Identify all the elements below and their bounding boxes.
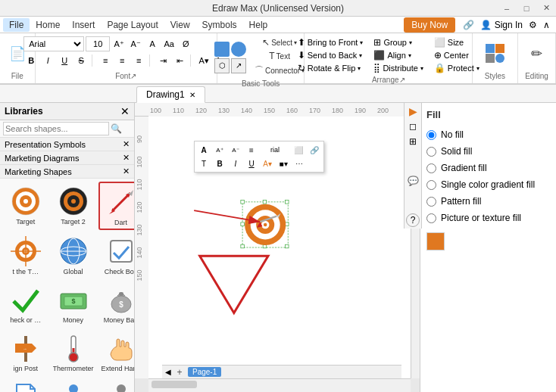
rotate-flip-btn[interactable]: ↻ Rotate & Flip ▾ [295,62,367,74]
shape-item-hand[interactable]: Extend Hand [98,328,134,375]
shape-icon-signpost: → [9,331,42,365]
buy-now-button[interactable]: Buy Now [404,17,455,33]
font-decrease-btn[interactable]: A⁻ [128,36,143,51]
tab-close-icon[interactable]: ✕ [189,91,195,99]
menu-page-layout[interactable]: Page Layout [101,18,164,32]
library-section-presentation[interactable]: Presentation Symbols ✕ [0,138,134,151]
group-btn[interactable]: ⊞ Group ▾ [370,36,426,48]
library-section-marketing-diagrams-close[interactable]: ✕ [123,153,130,163]
align-center-btn[interactable]: ≡ [114,53,130,68]
indent-increase-btn[interactable]: ⇥ [155,53,170,68]
shape-item-moneybag[interactable]: $ Money Bag [98,280,134,327]
font-family-select[interactable]: Arial [23,36,84,51]
search-input[interactable] [3,122,109,135]
fill-radio-picture[interactable] [426,213,436,223]
fill-option-picture[interactable]: Picture or texture fill [426,210,550,226]
shape-item-signpost[interactable]: → ign Post [3,328,48,375]
font-color-btn[interactable]: A▾ [196,53,211,68]
menu-file[interactable]: File [3,18,30,32]
fill-side-chat-icon[interactable]: 💬 [406,174,420,188]
signin-icon[interactable]: 👤 Sign In [477,20,526,30]
menu-symbols[interactable]: Symbols [196,18,243,32]
minimize-ribbon-icon[interactable]: ∧ [540,20,553,30]
shape-item-person2[interactable] [98,377,134,392]
close-btn[interactable]: ✕ [536,0,556,17]
fill-radio-pattern[interactable] [426,197,436,207]
fill-radio-no-fill[interactable] [426,130,436,140]
shape-item-person1[interactable] [50,377,97,392]
bold-btn[interactable]: B [23,53,39,68]
canvas-area[interactable]: 100 110 120 130 140 150 160 170 180 190 … [135,103,420,392]
fill-option-pattern[interactable]: Pattern fill [426,193,550,210]
font-clear-btn[interactable]: A [145,36,160,51]
library-section-marketing-shapes-close[interactable]: ✕ [123,166,130,176]
minimize-btn[interactable]: – [497,0,517,17]
page-nav-left[interactable]: ◀ [165,368,171,376]
send-back-label: Send to Back [308,51,357,60]
align-btn[interactable]: ⬛ Align ▾ [370,49,426,61]
fill-side-help-icon[interactable]: ? [406,213,420,227]
fill-option-single-color[interactable]: Single color gradient fill [426,176,550,193]
shape-icon-hand [105,331,134,365]
indent-decrease-btn[interactable]: ⇤ [172,53,187,68]
italic-btn[interactable]: I [40,53,55,68]
fill-radio-single-color[interactable] [426,180,436,190]
library-section-marketing-shapes[interactable]: Marketing Shapes ✕ [0,165,134,179]
editing-btn[interactable]: ✏ [521,42,551,65]
bring-front-btn[interactable]: ⬆ Bring to Front ▾ [295,36,367,48]
shape-item-target1[interactable]: Target [3,182,48,230]
shape-item-dart[interactable]: Dart [98,182,134,230]
font-size-input[interactable] [86,36,110,51]
font-special-btn[interactable]: Ø [178,36,193,51]
fill-side-grid-icon[interactable]: ⊞ [406,135,420,148]
menu-help[interactable]: Help [243,18,274,32]
shape-item-globe[interactable]: Global [50,232,97,278]
menu-home[interactable]: Home [30,18,66,32]
font-increase-btn[interactable]: A⁺ [111,36,127,51]
text-icon: T [269,51,274,61]
sidebar-close-icon[interactable]: ✕ [120,105,130,117]
shape-item-checkbox[interactable]: Check Box [98,232,134,278]
distribute-btn[interactable]: ⣿ Distribute ▾ [370,62,426,74]
styles-btn[interactable] [479,41,510,66]
align-right-btn[interactable]: ≡ [131,53,146,68]
shape-item-thermometer[interactable]: Thermometer [50,328,97,375]
shape-item-target-small[interactable]: t the T… [3,232,48,278]
tab-drawing1[interactable]: Drawing1 ✕ [136,86,205,103]
page-tab-1[interactable]: Page-1 [188,367,221,377]
shape-item-file[interactable]: File Recov… [3,377,48,392]
maximize-btn[interactable]: □ [517,0,536,17]
strikethrough-btn[interactable]: S [73,53,89,68]
fill-option-solid[interactable]: Solid fill [426,143,550,160]
search-icon[interactable]: 🔍 [111,123,122,134]
send-back-btn[interactable]: ⬇ Send to Back ▾ [295,49,367,61]
fill-color-swatch-row [426,232,550,250]
font-case-btn[interactable]: Aa [161,36,176,51]
fill-side-arrow-icon[interactable]: ▶ [406,104,420,118]
align-left-btn[interactable]: ≡ [98,53,113,68]
menu-insert[interactable]: Insert [66,18,101,32]
settings-icon[interactable]: ⚙ [526,20,540,30]
shape-item-money[interactable]: $ Money [50,280,97,327]
basic-tools-label: Basic Tools [242,79,280,89]
fill-radio-gradient[interactable] [426,163,436,173]
menu-view[interactable]: View [164,18,196,32]
library-section-marketing-diagrams[interactable]: Marketing Diagrams ✕ [0,151,134,165]
shape-item-checkmark[interactable]: heck or … [3,280,48,327]
shape-circle-icon [231,42,246,57]
underline-btn[interactable]: U [57,53,72,68]
scrollbar-thumb-h[interactable] [151,381,197,388]
library-section-presentation-close[interactable]: ✕ [123,139,130,149]
fill-option-gradient[interactable]: Gradient fill [426,160,550,176]
fill-color-swatch[interactable] [426,232,445,250]
scrollbar-horizontal[interactable] [148,378,411,392]
page-add-btn[interactable]: + [174,367,185,378]
fill-radio-solid[interactable] [426,147,436,157]
canvas-content[interactable]: A A⁺ A⁻ ≡ rial ⬜ 🔗 T B I U A▾ ■▾ ⋯ [148,117,411,378]
shape-label-hand: Extend Hand [102,365,134,372]
canvas-svg[interactable] [148,117,411,378]
fill-side-rect-icon[interactable]: ◻ [406,120,420,133]
share-icon[interactable]: 🔗 [460,20,477,30]
fill-option-no-fill[interactable]: No fill [426,126,550,143]
shape-item-target2[interactable]: Target 2 [50,182,97,230]
